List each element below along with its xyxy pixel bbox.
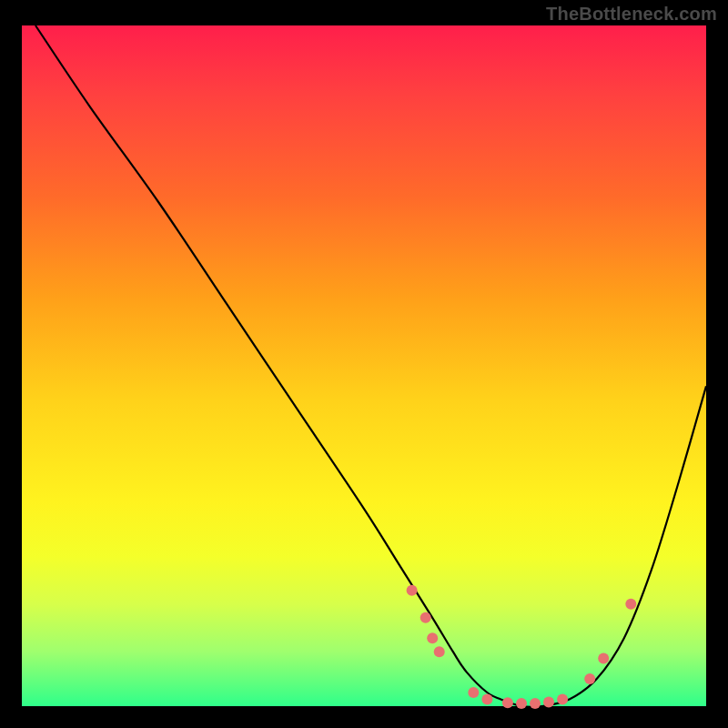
curve-marker [557, 694, 568, 705]
bottleneck-curve [35, 25, 706, 707]
curve-marker [481, 694, 492, 705]
curve-marker [420, 612, 431, 623]
curve-marker [543, 697, 554, 708]
plot-area [22, 25, 706, 706]
curve-markers [407, 585, 637, 709]
curve-marker [598, 653, 609, 664]
curve-marker [427, 632, 438, 643]
curve-marker [434, 646, 445, 657]
attribution-label: TheBottleneck.com [546, 4, 717, 25]
curve-marker [625, 599, 636, 610]
curve-svg [22, 25, 706, 706]
chart-frame: TheBottleneck.com [0, 0, 728, 728]
curve-marker [407, 585, 418, 596]
curve-marker [516, 698, 527, 709]
curve-marker [468, 687, 479, 698]
curve-marker [584, 673, 595, 684]
curve-marker [530, 698, 541, 709]
curve-marker [502, 697, 513, 708]
